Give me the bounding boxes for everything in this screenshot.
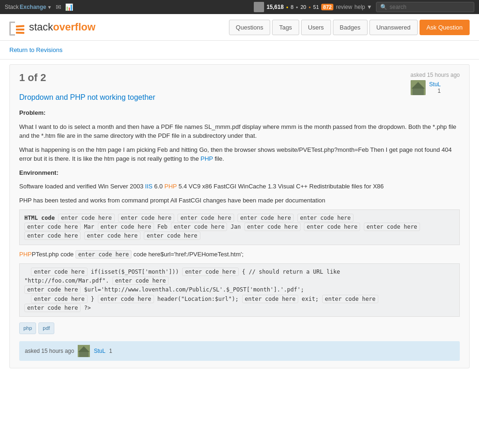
problem-label: Problem: — [19, 108, 460, 118]
user-avatar-bottom — [78, 345, 90, 357]
user-info-top: StuL 1 — [429, 81, 441, 94]
review-link[interactable]: review — [336, 4, 352, 10]
search-icon: 🔍 — [380, 4, 387, 10]
brand-caret-icon: ▼ — [47, 5, 52, 10]
tags-nav[interactable]: Tags — [272, 20, 299, 35]
main-content: 1 of 2 asked 15 hours ago StuL 1 Drop — [0, 60, 479, 373]
php-test-text: PHP has been tested and works from comma… — [19, 196, 460, 205]
help-link[interactable]: help ▼ — [354, 4, 372, 10]
user-avatar-top — [411, 80, 426, 95]
search-box[interactable]: 🔍 — [376, 2, 474, 12]
inbox-icon[interactable]: ✉ — [56, 3, 61, 11]
gold-count: 8 — [291, 4, 294, 10]
phptest-line: PHPPTest.php code enter code here code h… — [19, 250, 460, 259]
badges-nav[interactable]: Badges — [333, 20, 368, 35]
ask-question-button[interactable]: Ask Question — [420, 20, 470, 35]
search-input[interactable] — [390, 4, 470, 10]
breadcrumb-bar: Return to Revisions — [0, 41, 479, 60]
body-p2: What is happening is on the htm page I a… — [19, 145, 460, 164]
post-meta-bottom: asked 15 hours ago StuL 1 — [19, 341, 460, 361]
post-meta-top: asked 15 hours ago StuL 1 — [411, 72, 460, 95]
question-title[interactable]: Dropdown and PHP not working together — [19, 93, 460, 102]
user-card-top: StuL 1 — [411, 80, 460, 95]
asked-text-bottom: asked 15 hours ago — [25, 348, 74, 354]
bronze-count: 51 — [313, 4, 319, 10]
gold-dot: ● — [286, 5, 288, 9]
silver-dot: ● — [296, 5, 298, 9]
env-text: Software loaded and verified Win Server … — [19, 182, 460, 191]
questions-nav[interactable]: Questions — [229, 20, 271, 35]
brand-exchange: Exchange — [20, 4, 46, 10]
brand-logo[interactable]: Stack Exchange ▼ — [5, 4, 52, 10]
site-logo[interactable]: stackoverflow — [9, 19, 96, 36]
achievements-icon[interactable]: 📊 — [65, 3, 73, 11]
tag-pdf[interactable]: pdf — [38, 322, 54, 334]
user-rep-top: 1 — [429, 88, 441, 94]
user-info: 15,618 ● 8 ● 20 ● 51 872 review help ▼ — [254, 2, 372, 12]
env-label: Environment: — [19, 168, 460, 178]
bronze-dot: ● — [309, 5, 311, 9]
asked-text-top: asked 15 hours ago — [411, 72, 460, 78]
post-container: 1 of 2 asked 15 hours ago StuL 1 Drop — [9, 64, 470, 368]
breadcrumb-link[interactable]: Return to Revisions — [9, 46, 62, 53]
post-body: Problem: What I want to do is select a m… — [19, 108, 460, 334]
topbar: Stack Exchange ▼ ✉ 📊 15,618 ● 8 ● 20 ● 5… — [0, 0, 479, 14]
silver-count: 20 — [301, 4, 306, 10]
user-rep-bottom: 1 — [109, 348, 112, 354]
revision-header: 1 of 2 — [19, 72, 460, 84]
site-header: stackoverflow Questions Tags Users Badge… — [0, 14, 479, 41]
post-tags: php pdf — [19, 322, 460, 334]
users-nav[interactable]: Users — [301, 20, 331, 35]
brand-stack: Stack — [5, 4, 19, 10]
user-rep: 15,618 — [266, 4, 284, 10]
nav-buttons: Questions Tags Users Badges Unanswered A… — [229, 20, 470, 35]
unanswered-nav[interactable]: Unanswered — [369, 20, 418, 35]
tag-php[interactable]: php — [19, 322, 36, 334]
review-badge: 872 — [321, 4, 333, 10]
avatar[interactable] — [254, 2, 264, 12]
svg-rect-1 — [413, 88, 424, 95]
user-name-top[interactable]: StuL — [429, 81, 441, 88]
user-name-bottom[interactable]: StuL — [94, 348, 105, 354]
html-code-block: HTML code enter code here enter code her… — [19, 209, 460, 245]
php-code-block: enter code here if(isset($_POST['month']… — [19, 263, 460, 317]
body-p1: What I want to do is select a month and … — [19, 122, 460, 141]
